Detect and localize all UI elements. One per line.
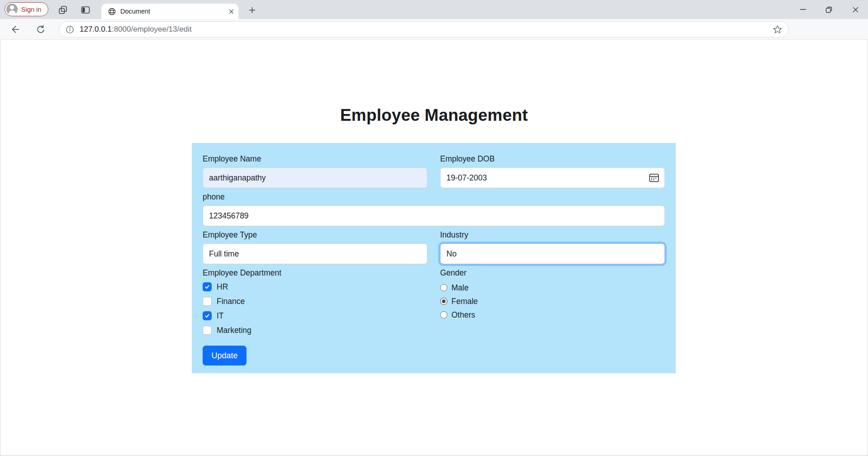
employee-dob-label: Employee DOB (440, 154, 665, 164)
department-option-marketing[interactable]: Marketing (203, 323, 427, 337)
browser-tab-strip: Sign in Document (0, 0, 868, 19)
gender-group: Gender Male Female Others (440, 268, 665, 337)
it-checkbox[interactable] (203, 311, 212, 320)
department-group: Employee Department HR Finance (203, 268, 427, 337)
tab-layout-icon[interactable] (80, 4, 91, 16)
gender-option-others[interactable]: Others (440, 308, 665, 322)
finance-checkbox[interactable] (203, 297, 212, 306)
minimize-icon[interactable] (792, 0, 813, 19)
employee-dob-input[interactable] (440, 167, 665, 188)
tab-close-icon[interactable] (229, 9, 234, 14)
employee-dob-group: Employee DOB (440, 154, 665, 188)
female-radio[interactable] (440, 298, 447, 305)
url-path: :8000/employee/13/edit (112, 25, 192, 33)
update-button[interactable]: Update (203, 346, 247, 366)
tab-favicon-globe-icon (108, 8, 116, 15)
employee-name-group: Employee Name (203, 154, 427, 188)
restore-icon[interactable] (818, 0, 839, 19)
industry-select[interactable] (440, 243, 665, 264)
browser-tab-document[interactable]: Document (101, 4, 238, 19)
new-tab-icon[interactable] (246, 4, 258, 16)
employee-name-label: Employee Name (203, 154, 427, 164)
url-host: 127.0.0.1 (80, 25, 112, 33)
back-icon[interactable] (10, 24, 21, 35)
refresh-icon[interactable] (35, 24, 46, 35)
gender-label: Gender (440, 268, 665, 278)
department-label: Employee Department (203, 268, 427, 278)
employee-form-card: Employee Name Employee DOB (192, 143, 676, 373)
phone-label: phone (203, 192, 665, 202)
info-icon[interactable] (66, 25, 74, 34)
window-close-icon[interactable] (845, 0, 866, 19)
marketing-label: Marketing (217, 326, 251, 335)
employee-type-label: Employee Type (203, 230, 427, 240)
male-radio[interactable] (440, 284, 447, 291)
page-title: Employee Management (0, 106, 868, 125)
department-option-finance[interactable]: Finance (203, 294, 427, 309)
industry-group: Industry (440, 230, 665, 264)
industry-label: Industry (440, 230, 665, 240)
avatar-icon (6, 4, 18, 15)
employee-type-select[interactable] (203, 243, 427, 264)
department-option-hr[interactable]: HR (203, 280, 427, 294)
female-label: Female (451, 297, 478, 306)
gender-option-male[interactable]: Male (440, 281, 665, 294)
page-body: Employee Management Employee Name Employ… (0, 40, 868, 456)
phone-group: phone (203, 192, 665, 226)
it-label: IT (217, 311, 224, 321)
finance-label: Finance (217, 297, 245, 306)
url-text[interactable]: 127.0.0.1:8000/employee/13/edit (80, 25, 773, 34)
hr-checkbox[interactable] (203, 282, 212, 291)
hr-label: HR (217, 282, 228, 292)
phone-input[interactable] (203, 205, 665, 226)
marketing-checkbox[interactable] (203, 326, 212, 335)
bookmark-star-icon[interactable] (773, 25, 782, 34)
employee-name-input[interactable] (203, 167, 427, 188)
employee-type-group: Employee Type (203, 230, 427, 264)
workspaces-icon[interactable] (57, 4, 69, 16)
signin-label: Sign in (21, 6, 41, 13)
signin-button[interactable]: Sign in (5, 2, 48, 16)
male-label: Male (451, 283, 469, 293)
browser-toolbar: 127.0.0.1:8000/employee/13/edit (0, 19, 868, 40)
calendar-icon[interactable] (649, 173, 659, 182)
gender-option-female[interactable]: Female (440, 294, 665, 308)
others-radio[interactable] (440, 311, 447, 318)
department-option-it[interactable]: IT (203, 309, 427, 323)
others-label: Others (451, 310, 475, 320)
address-bar[interactable]: 127.0.0.1:8000/employee/13/edit (59, 21, 789, 38)
tab-title: Document (120, 8, 229, 15)
